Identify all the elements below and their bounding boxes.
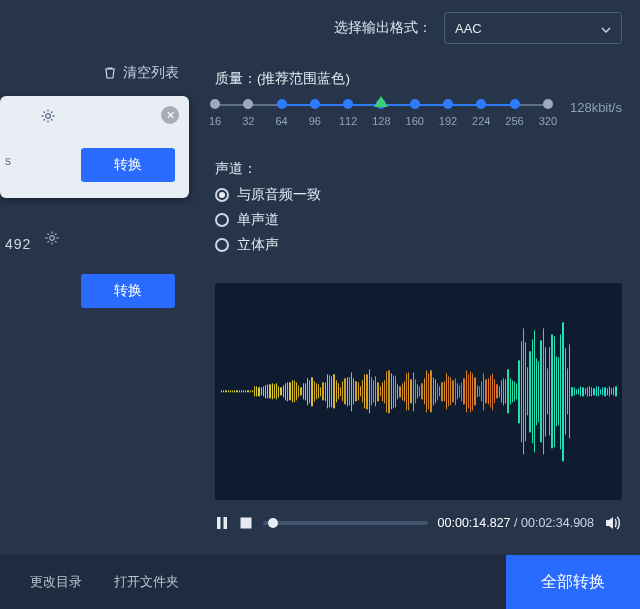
svg-rect-4 xyxy=(241,518,252,529)
list-item[interactable]: ✕ s 转换 xyxy=(0,96,189,198)
svg-rect-2 xyxy=(217,517,221,529)
main-area: 清空列表 ✕ s 转换 492 转换 质量：(推荐范围蓝色) 163264961… xyxy=(0,56,640,546)
output-format-select[interactable]: AAC xyxy=(444,12,622,44)
bitrate-value: 128kbit/s xyxy=(570,100,622,115)
change-dir-button[interactable]: 更改目录 xyxy=(14,567,98,597)
quality-label: 质量：(推荐范围蓝色) xyxy=(215,70,622,88)
time-total: 00:02:34.908 xyxy=(521,516,594,530)
player-controls: 00:00:14.827 / 00:02:34.908 xyxy=(215,506,622,540)
convert-all-button[interactable]: 全部转换 xyxy=(506,555,640,609)
chevron-down-icon xyxy=(601,23,611,33)
bitrate-slider[interactable]: 16326496112128160192224256320 128kbit/s xyxy=(215,98,622,134)
channel-option[interactable]: 与原音频一致 xyxy=(215,186,622,204)
top-bar: 选择输出格式： AAC xyxy=(0,0,640,56)
list-item-number: 492 xyxy=(5,236,31,252)
progress-bar[interactable] xyxy=(263,521,428,525)
svg-point-0 xyxy=(46,114,51,119)
convert-button[interactable]: 转换 xyxy=(81,148,175,182)
stop-button[interactable] xyxy=(239,516,253,530)
list-item[interactable]: 492 转换 xyxy=(0,218,189,324)
channel-group: 声道： 与原音频一致单声道立体声 xyxy=(215,160,622,261)
channel-option-label: 与原音频一致 xyxy=(237,186,321,204)
trash-icon xyxy=(103,66,117,80)
time-display: 00:00:14.827 / 00:02:34.908 xyxy=(438,516,594,530)
file-list-pane: 清空列表 ✕ s 转换 492 转换 xyxy=(0,56,197,546)
channel-option-label: 立体声 xyxy=(237,236,279,254)
progress-knob[interactable] xyxy=(268,518,278,528)
output-format-value: AAC xyxy=(455,21,482,36)
channel-option[interactable]: 单声道 xyxy=(215,211,622,229)
svg-point-1 xyxy=(50,236,55,241)
bitrate-pointer[interactable] xyxy=(374,96,388,107)
convert-button[interactable]: 转换 xyxy=(81,274,175,308)
volume-icon[interactable] xyxy=(604,514,622,532)
clear-list-button[interactable]: 清空列表 xyxy=(0,56,197,90)
open-folder-button[interactable]: 打开文件夹 xyxy=(98,567,195,597)
bottom-bar: 更改目录 打开文件夹 全部转换 xyxy=(0,555,640,609)
pause-button[interactable] xyxy=(215,516,229,530)
channel-option-label: 单声道 xyxy=(237,211,279,229)
channel-title: 声道： xyxy=(215,160,622,178)
svg-rect-3 xyxy=(224,517,228,529)
gear-icon[interactable] xyxy=(40,108,56,124)
close-icon[interactable]: ✕ xyxy=(161,106,179,124)
radio-icon xyxy=(215,238,229,252)
clear-list-label: 清空列表 xyxy=(123,64,179,82)
radio-icon xyxy=(215,213,229,227)
channel-option[interactable]: 立体声 xyxy=(215,236,622,254)
list-item-tag: s xyxy=(5,154,11,168)
waveform-display xyxy=(215,283,622,500)
settings-pane: 质量：(推荐范围蓝色) 1632649611212816019222425632… xyxy=(197,56,640,546)
output-format-label: 选择输出格式： xyxy=(334,19,432,37)
time-current: 00:00:14.827 xyxy=(438,516,511,530)
radio-icon xyxy=(215,188,229,202)
gear-icon[interactable] xyxy=(44,230,60,246)
